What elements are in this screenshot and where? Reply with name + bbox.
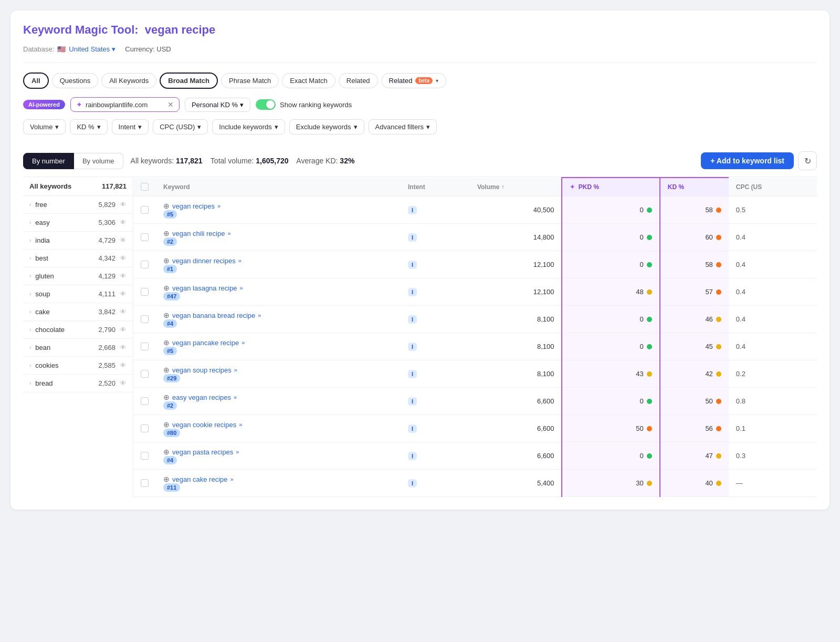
pkd-value: 0 bbox=[639, 452, 643, 460]
sidebar-item[interactable]: › india 4,729 👁 bbox=[23, 232, 133, 250]
advanced-filters-btn[interactable]: Advanced filters ▾ bbox=[369, 119, 437, 134]
exclude-keywords-btn[interactable]: Exclude keywords ▾ bbox=[289, 119, 364, 134]
tab-exact-match[interactable]: Exact Match bbox=[282, 73, 335, 88]
tabs-row: All Questions All Keywords Broad Match P… bbox=[23, 73, 817, 89]
sidebar-item-eye-icon[interactable]: 👁 bbox=[120, 361, 127, 369]
keyword-link[interactable]: ⊕ vegan lasagna recipe » bbox=[163, 284, 393, 292]
keyword-link[interactable]: ⊕ vegan pancake recipe » bbox=[163, 338, 393, 347]
group-by-volume-btn[interactable]: By volume bbox=[74, 153, 123, 169]
sidebar-item-eye-icon[interactable]: 👁 bbox=[120, 236, 127, 244]
personal-kd-select[interactable]: Personal KD % ▾ bbox=[185, 98, 250, 112]
row-checkbox[interactable] bbox=[141, 452, 149, 460]
add-keyword-icon[interactable]: ⊕ bbox=[163, 366, 170, 374]
pkd-value: 0 bbox=[639, 315, 643, 323]
keyword-link[interactable]: ⊕ vegan recipes » bbox=[163, 202, 393, 210]
table-header-row: Keyword Intent Volume ↑ ✦ PKD % bbox=[133, 178, 817, 196]
kd-dot-indicator bbox=[716, 371, 721, 377]
add-keyword-icon[interactable]: ⊕ bbox=[163, 393, 170, 401]
th-volume[interactable]: Volume ↑ bbox=[470, 178, 562, 196]
tab-related[interactable]: Related bbox=[339, 73, 378, 88]
sidebar-item[interactable]: › chocolate 2,790 👁 bbox=[23, 321, 133, 339]
row-intent-cell: I bbox=[401, 224, 470, 251]
domain-input[interactable] bbox=[86, 101, 164, 109]
row-checkbox[interactable] bbox=[141, 424, 149, 432]
sidebar-item[interactable]: › bean 2,668 👁 bbox=[23, 339, 133, 357]
summary-text: All keywords: 117,821 Total volume: 1,60… bbox=[131, 157, 355, 165]
sidebar-item[interactable]: › free 5,829 👁 bbox=[23, 196, 133, 214]
add-keyword-icon[interactable]: ⊕ bbox=[163, 420, 170, 429]
row-volume-cell: 8,100 bbox=[470, 360, 562, 388]
pkd-dot-indicator bbox=[647, 235, 652, 240]
keyword-link[interactable]: ⊕ vegan chili recipe » bbox=[163, 229, 393, 237]
row-checkbox[interactable] bbox=[141, 288, 149, 296]
kd-value-wrapper: 58 bbox=[668, 261, 721, 268]
add-keyword-icon[interactable]: ⊕ bbox=[163, 284, 170, 292]
include-keywords-btn[interactable]: Include keywords ▾ bbox=[212, 119, 285, 134]
tab-all[interactable]: All bbox=[23, 73, 49, 89]
sidebar-item-eye-icon[interactable]: 👁 bbox=[120, 379, 127, 387]
keyword-link[interactable]: ⊕ vegan pasta recipes » bbox=[163, 448, 393, 456]
row-checkbox[interactable] bbox=[141, 343, 149, 350]
sidebar-item-eye-icon[interactable]: 👁 bbox=[120, 272, 127, 280]
add-to-keyword-list-btn[interactable]: + Add to keyword list bbox=[701, 152, 794, 169]
add-keyword-icon[interactable]: ⊕ bbox=[163, 202, 170, 210]
sidebar-item-eye-icon[interactable]: 👁 bbox=[120, 219, 127, 226]
sidebar-item-eye-icon[interactable]: 👁 bbox=[120, 254, 127, 262]
database-country-link[interactable]: United States ▾ bbox=[69, 45, 116, 53]
keyword-link[interactable]: ⊕ vegan cake recipe » bbox=[163, 475, 393, 483]
volume-filter-btn[interactable]: Volume ▾ bbox=[23, 119, 66, 134]
sidebar-item[interactable]: › gluten 4,129 👁 bbox=[23, 267, 133, 285]
tab-questions[interactable]: Questions bbox=[52, 73, 99, 88]
row-checkbox[interactable] bbox=[141, 233, 149, 241]
add-keyword-icon[interactable]: ⊕ bbox=[163, 311, 170, 319]
sidebar-item[interactable]: › easy 5,306 👁 bbox=[23, 214, 133, 232]
cpc-filter-btn[interactable]: CPC (USD) ▾ bbox=[153, 119, 208, 134]
kd-filter-btn[interactable]: KD % ▾ bbox=[70, 119, 107, 134]
domain-clear-icon[interactable]: ✕ bbox=[167, 100, 174, 109]
select-all-checkbox[interactable] bbox=[141, 183, 149, 191]
row-checkbox[interactable] bbox=[141, 479, 149, 487]
sidebar-item-label: easy bbox=[35, 219, 49, 226]
add-keyword-icon[interactable]: ⊕ bbox=[163, 338, 170, 347]
show-ranking-toggle[interactable] bbox=[256, 99, 276, 110]
sidebar-item-eye-icon[interactable]: 👁 bbox=[120, 344, 127, 351]
sidebar-item-left: › best bbox=[29, 254, 48, 262]
row-checkbox[interactable] bbox=[141, 206, 149, 214]
keyword-link[interactable]: ⊕ easy vegan recipes » bbox=[163, 393, 393, 401]
add-keyword-icon[interactable]: ⊕ bbox=[163, 256, 170, 265]
tab-phrase-match[interactable]: Phrase Match bbox=[221, 73, 279, 88]
tab-broad-match[interactable]: Broad Match bbox=[160, 73, 218, 89]
add-keyword-icon[interactable]: ⊕ bbox=[163, 475, 170, 483]
keyword-link[interactable]: ⊕ vegan dinner recipes » bbox=[163, 256, 393, 265]
sidebar-item-eye-icon[interactable]: 👁 bbox=[120, 308, 127, 316]
sidebar-item-eye-icon[interactable]: 👁 bbox=[120, 290, 127, 298]
sidebar-item-eye-icon[interactable]: 👁 bbox=[120, 201, 127, 209]
sidebar-item[interactable]: › best 4,342 👁 bbox=[23, 250, 133, 267]
row-cpc-cell: 0.8 bbox=[729, 388, 817, 415]
intent-filter-btn[interactable]: Intent ▾ bbox=[112, 119, 149, 134]
row-checkbox[interactable] bbox=[141, 397, 149, 405]
sidebar-item[interactable]: › cake 3,842 👁 bbox=[23, 303, 133, 321]
row-volume-cell: 14,800 bbox=[470, 224, 562, 251]
pkd-value-wrapper: 30 bbox=[570, 479, 652, 487]
rank-badge: #47 bbox=[163, 292, 180, 301]
row-checkbox-cell bbox=[133, 224, 156, 251]
row-checkbox[interactable] bbox=[141, 315, 149, 323]
add-keyword-icon[interactable]: ⊕ bbox=[163, 448, 170, 456]
group-by-number-btn[interactable]: By number bbox=[23, 153, 74, 169]
row-checkbox-cell bbox=[133, 333, 156, 360]
row-checkbox[interactable] bbox=[141, 370, 149, 378]
tab-languages[interactable]: Related beta ▾ bbox=[381, 73, 446, 88]
keyword-link[interactable]: ⊕ vegan banana bread recipe » bbox=[163, 311, 393, 319]
tab-all-keywords[interactable]: All Keywords bbox=[101, 73, 156, 88]
sidebar-item[interactable]: › soup 4,111 👁 bbox=[23, 285, 133, 303]
refresh-btn[interactable]: ↻ bbox=[798, 151, 817, 170]
keyword-link[interactable]: ⊕ vegan cookie recipes » bbox=[163, 420, 393, 429]
row-checkbox[interactable] bbox=[141, 261, 149, 268]
kd-value-wrapper: 60 bbox=[668, 233, 721, 241]
keyword-link[interactable]: ⊕ vegan soup recipes » bbox=[163, 366, 393, 374]
sidebar-item[interactable]: › bread 2,520 👁 bbox=[23, 375, 133, 392]
sidebar-item[interactable]: › cookies 2,585 👁 bbox=[23, 357, 133, 375]
add-keyword-icon[interactable]: ⊕ bbox=[163, 229, 170, 237]
sidebar-item-eye-icon[interactable]: 👁 bbox=[120, 326, 127, 334]
